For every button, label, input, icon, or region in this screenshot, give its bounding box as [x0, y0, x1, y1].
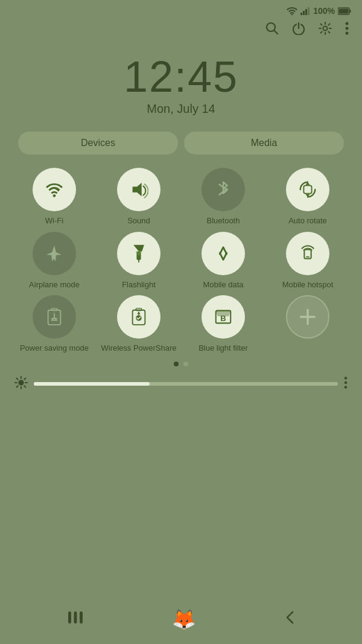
sound-label: Sound	[127, 216, 150, 226]
svg-line-40	[24, 386, 25, 387]
svg-marker-21	[136, 251, 142, 257]
airplane-circle	[33, 232, 76, 275]
tab-devices[interactable]: Devices	[18, 132, 178, 155]
svg-rect-48	[80, 611, 83, 623]
mobilehotspot-label: Mobile hotspot	[282, 280, 334, 290]
qs-item-autorotate[interactable]: Auto rotate	[268, 168, 348, 226]
autorotate-circle	[286, 168, 329, 211]
svg-point-11	[346, 22, 349, 25]
bluelightfilter-circle: B	[202, 295, 245, 339]
qs-item-bluetooth[interactable]: Bluetooth	[183, 168, 263, 226]
svg-rect-7	[350, 10, 351, 13]
svg-point-34	[19, 380, 24, 385]
home-button[interactable]: 🦊	[171, 607, 197, 632]
clock-time: 12:45	[0, 55, 362, 98]
bluetooth-label: Bluetooth	[207, 216, 240, 226]
battery-icon	[338, 7, 351, 15]
dot-2	[183, 362, 188, 366]
svg-marker-15	[133, 183, 142, 197]
svg-marker-29	[137, 312, 141, 314]
flashlight-circle	[117, 232, 160, 275]
sound-circle	[117, 168, 160, 211]
svg-point-10	[323, 27, 328, 31]
power-icon[interactable]	[292, 22, 305, 38]
brightness-icon	[14, 376, 28, 392]
battery-percent: 100%	[313, 6, 335, 16]
signal-icon	[300, 7, 310, 15]
qs-item-flashlight[interactable]: Flashlight	[99, 232, 179, 290]
status-icons: 100%	[287, 6, 351, 16]
wirelesspowershare-label: Wireless PowerShare	[101, 343, 177, 353]
svg-rect-6	[339, 8, 349, 13]
wirelesspowershare-circle	[117, 295, 160, 339]
flashlight-label: Flashlight	[122, 280, 156, 290]
qs-item-powersaving[interactable]: Power saving mode	[14, 295, 94, 353]
bluelightfilter-label: Blue light filter	[198, 343, 248, 353]
svg-point-45	[345, 386, 347, 388]
settings-icon[interactable]	[319, 22, 332, 38]
add-circle	[286, 295, 329, 339]
qs-grid: Wi-Fi Sound Bluetooth	[14, 168, 348, 353]
mobiledata-label: Mobile data	[203, 280, 243, 290]
tabs-row: Devices Media	[0, 121, 362, 163]
bluetooth-circle	[202, 168, 245, 211]
svg-point-44	[345, 381, 347, 384]
qs-item-wifi[interactable]: Wi-Fi	[14, 168, 94, 226]
more-icon[interactable]	[345, 22, 349, 38]
top-actions	[0, 19, 362, 44]
autorotate-label: Auto rotate	[288, 216, 327, 226]
back-icon[interactable]	[285, 611, 294, 628]
qs-item-airplane[interactable]: Airplane mode	[14, 232, 94, 290]
powersaving-circle	[33, 295, 76, 339]
svg-rect-46	[68, 611, 71, 623]
wifi-status-icon	[287, 7, 297, 15]
qs-item-mobiledata[interactable]: Mobile data	[183, 232, 263, 290]
svg-line-9	[275, 31, 278, 34]
svg-line-41	[24, 378, 25, 379]
dot-1	[174, 362, 179, 366]
mobiledata-circle	[202, 232, 245, 275]
brightness-row	[0, 370, 362, 398]
home-emoji: 🦊	[172, 608, 196, 631]
quick-settings: Wi-Fi Sound Bluetooth	[0, 163, 362, 355]
svg-marker-19	[133, 244, 144, 251]
search-icon[interactable]	[265, 22, 279, 38]
svg-rect-47	[74, 611, 77, 623]
svg-point-14	[53, 194, 56, 197]
svg-rect-3	[305, 9, 307, 15]
pagination-dots	[0, 355, 362, 370]
svg-rect-18	[303, 185, 311, 193]
svg-point-13	[346, 32, 349, 35]
qs-item-mobilehotspot[interactable]: Mobile hotspot	[268, 232, 348, 290]
svg-line-39	[17, 378, 18, 379]
mobilehotspot-circle	[286, 232, 329, 275]
tab-media[interactable]: Media	[184, 132, 344, 155]
brightness-track[interactable]	[34, 382, 338, 386]
qs-item-add[interactable]	[268, 295, 348, 353]
svg-rect-23	[306, 256, 310, 257]
svg-rect-1	[300, 13, 302, 15]
svg-rect-4	[308, 7, 310, 15]
brightness-fill	[34, 382, 150, 386]
powersaving-label: Power saving mode	[20, 343, 89, 353]
svg-point-43	[345, 377, 347, 379]
wifi-label: Wi-Fi	[45, 216, 63, 226]
status-bar: 100%	[0, 0, 362, 19]
svg-line-42	[17, 386, 18, 387]
qs-item-bluelightfilter[interactable]: B Blue light filter	[183, 295, 263, 353]
brightness-more-icon[interactable]	[344, 377, 348, 392]
wifi-circle	[33, 168, 76, 211]
clock-date: Mon, July 14	[0, 102, 362, 116]
qs-item-sound[interactable]: Sound	[99, 168, 179, 226]
svg-point-0	[291, 14, 293, 15]
airplane-label: Airplane mode	[29, 280, 80, 290]
svg-rect-2	[303, 11, 305, 15]
svg-point-12	[346, 27, 349, 30]
qs-item-wirelesspowershare[interactable]: Wireless PowerShare	[99, 295, 179, 353]
bottom-nav: 🦊	[0, 598, 362, 644]
svg-text:B: B	[220, 314, 226, 323]
recents-icon[interactable]	[68, 611, 83, 627]
clock-section: 12:45 Mon, July 14	[0, 44, 362, 121]
